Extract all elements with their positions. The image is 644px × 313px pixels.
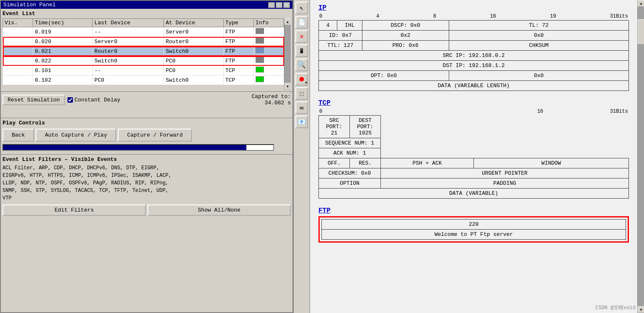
tcp-src-port: SRC PORT: 21	[319, 116, 350, 138]
cell-vis	[3, 27, 33, 37]
ip-title[interactable]: IP	[318, 4, 629, 12]
constant-delay-label: Constant Delay	[67, 97, 120, 103]
ip-row-7: DATA (VARIABLE LENGTH)	[319, 81, 629, 91]
back-button[interactable]: Back	[3, 129, 34, 142]
envelope2-button[interactable]: 📧	[295, 116, 308, 128]
tcp-window: WINDOW	[474, 158, 629, 168]
tcp-row-2: SEQUENCE NUM: 1	[319, 138, 629, 148]
table-row[interactable]: 0.020Server0Router0FTP	[3, 37, 284, 47]
tcp-title[interactable]: TCP	[318, 99, 629, 107]
ip-src: SRC IP: 192.168.0.2	[319, 51, 629, 61]
color-indicator	[256, 38, 264, 44]
right-scroll-thumb[interactable]	[638, 19, 644, 44]
cell-info	[253, 27, 284, 37]
cell-last-device: Switch0	[93, 56, 164, 66]
ip-frag: 0x0	[449, 31, 628, 41]
ip-row-1: 4 IHL DSCP: 0x0 TL: 72	[319, 21, 629, 31]
cell-info	[253, 66, 284, 75]
ftp-row-2: Welcome to PT Ftp server	[322, 230, 626, 240]
cell-last-device: Server0	[93, 37, 164, 47]
watermark: CSDN @甘晴void	[595, 304, 636, 311]
cell-at-device: Switch0	[164, 75, 223, 85]
cell-time: 0.019	[33, 27, 93, 37]
constant-delay-checkbox[interactable]	[67, 97, 73, 103]
zoom-button[interactable]: 🔍	[295, 59, 308, 71]
middle-toolbar: ↖ 📄 ✕ 📱 🔍 ⏺ ▼ ⬚ ✉ 📧	[293, 0, 310, 313]
scroll-up-button[interactable]: ▲	[284, 18, 291, 25]
record-dropdown-icon: ▼	[305, 81, 307, 85]
cell-at-device: PC0	[164, 56, 223, 66]
edit-filters-button[interactable]: Edit Filters	[3, 204, 146, 216]
scroll-down-button[interactable]: ▼	[284, 83, 291, 90]
right-scroll-up[interactable]: ▲	[638, 0, 644, 7]
reset-simulation-button[interactable]: Reset Simulation	[3, 95, 65, 105]
auto-capture-play-button[interactable]: Auto Capture / Play	[36, 129, 116, 142]
bit-19: 19	[550, 13, 556, 19]
scroll-track[interactable]	[284, 25, 291, 83]
capture-forward-button[interactable]: Capture / Forward	[118, 129, 192, 142]
ftp-box: 220 Welcome to PT Ftp server	[318, 216, 629, 243]
table-scrollbar[interactable]: ▲ ▼	[284, 18, 291, 90]
color-indicator	[256, 28, 264, 34]
tcp-bit-ruler: 0 16 31Bits	[318, 109, 629, 114]
ip-data: DATA (VARIABLE LENGTH)	[319, 81, 629, 91]
restore-button[interactable]: □	[276, 2, 282, 8]
tcp-dst-port: DEST PORT: 1025	[350, 116, 381, 138]
right-panel-scrollbar[interactable]: ▲ ▼	[637, 0, 644, 313]
table-row[interactable]: 0.101--PC0TCP	[3, 66, 284, 75]
cell-type: FTP	[223, 27, 253, 37]
ftp-title[interactable]: FTP	[318, 207, 629, 215]
right-scroll-track[interactable]	[638, 7, 644, 306]
ip-opt2: 0x0	[449, 71, 628, 81]
cell-type: FTP	[223, 56, 253, 66]
tcp-bit-0: 0	[319, 109, 322, 114]
table-row[interactable]: 0.019--Server0FTP	[3, 27, 284, 37]
ip-row-5: DST IP: 192.168.1.2	[319, 61, 629, 71]
note-icon: 📄	[298, 19, 305, 26]
envelope-button[interactable]: ✉	[295, 101, 308, 114]
table-row[interactable]: 0.021Router0Switch0FTP	[3, 47, 284, 56]
filters-text: ACL Filter, ARP, CDP, DHCP, DHCPv6, DNS,…	[3, 164, 291, 202]
color-indicator	[256, 67, 264, 72]
cell-vis	[3, 47, 33, 56]
record-button[interactable]: ⏺ ▼	[295, 73, 308, 85]
filters-label: Event List Filters – Visible Events	[3, 156, 291, 163]
select-tool-button[interactable]: ↖	[295, 2, 308, 14]
cell-vis	[3, 37, 33, 47]
device-tool-button[interactable]: 📱	[295, 44, 308, 57]
tcp-urgent: URGENT POINTER	[381, 168, 629, 178]
capture-icon: ⬚	[300, 90, 303, 97]
capture-tool-button[interactable]: ⬚	[295, 87, 308, 100]
spacer	[1, 108, 292, 116]
table-row[interactable]: 0.022Switch0PC0FTP	[3, 56, 284, 66]
cell-last-device: Router0	[93, 47, 164, 56]
event-list-label: Event List	[3, 10, 291, 17]
tcp-padding: PADDING	[381, 178, 629, 189]
cell-time: 0.101	[33, 66, 93, 75]
ip-pro: PRO: 0x6	[362, 41, 449, 51]
close-button[interactable]: ✕	[283, 2, 290, 8]
tcp-section: TCP 0 16 31Bits SRC PORT: 21 DEST PORT: …	[318, 99, 629, 199]
minimize-button[interactable]: _	[268, 2, 275, 8]
cell-info	[253, 56, 284, 66]
ip-dst: DST IP: 192.168.1.2	[319, 61, 629, 71]
delete-icon: ✕	[300, 32, 304, 41]
tcp-row-6: OPTION PADDING	[319, 178, 629, 189]
tcp-data: DATA (VARIABLE)	[319, 189, 629, 199]
ftp-message: Welcome to PT Ftp server	[322, 230, 626, 240]
bit-31: 31Bits	[610, 13, 628, 19]
col-type: Type	[223, 19, 253, 27]
delete-tool-button[interactable]: ✕	[295, 30, 308, 43]
envelope2-icon: 📧	[297, 118, 306, 126]
right-scroll-down[interactable]: ▼	[638, 306, 644, 313]
table-row[interactable]: 0.102PC0Switch0TCP	[3, 75, 284, 85]
note-tool-button[interactable]: 📄	[295, 16, 308, 28]
bit-16: 16	[490, 13, 496, 19]
select-icon: ↖	[300, 4, 304, 12]
cell-type: FTP	[223, 47, 253, 56]
filter-buttons: Edit Filters Show All/None	[3, 204, 291, 216]
tcp-row-3: ACK NUM: 1	[319, 148, 629, 158]
show-all-none-button[interactable]: Show All/None	[147, 204, 291, 216]
tcp-checksum: CHECKSUM: 0x0	[319, 168, 381, 178]
ftp-table: 220 Welcome to PT Ftp server	[321, 219, 626, 240]
